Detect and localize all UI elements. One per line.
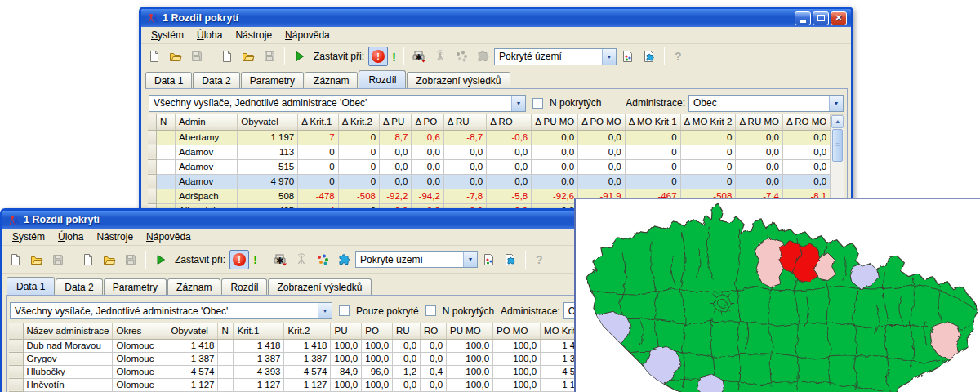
- column-header-mo-krit-2[interactable]: Δ MO Krit 2: [680, 114, 736, 130]
- points-view-button[interactable]: [313, 250, 332, 270]
- menu-syst-m[interactable]: Systém: [146, 28, 189, 42]
- scroll-up-button[interactable]: ▲: [831, 115, 844, 128]
- chevron-down-icon[interactable]: ▼: [318, 303, 332, 318]
- column-header-n-zev-administrace[interactable]: Název administrace: [23, 323, 113, 339]
- maximize-button[interactable]: [813, 11, 829, 25]
- data1-table[interactable]: Název administraceOkresObyvatelNKrit.1Kr…: [9, 323, 590, 392]
- save-data-button[interactable]: [260, 47, 279, 66]
- row-header-stub[interactable]: [148, 174, 156, 189]
- tab-zobrazen-v-sledk[interactable]: Zobrazení výsledků: [407, 72, 510, 88]
- new-task-button[interactable]: [145, 47, 164, 66]
- column-header-pu-mo[interactable]: PU MO: [447, 323, 493, 339]
- tab-parametry[interactable]: Parametry: [241, 72, 304, 88]
- save-task-button[interactable]: [187, 47, 207, 66]
- column-header-ro-mo[interactable]: Δ RO MO: [782, 114, 830, 130]
- run-button[interactable]: [290, 47, 310, 66]
- warning-exclamation-icon[interactable]: !: [390, 50, 399, 64]
- tab-rozd-l[interactable]: Rozdíl: [359, 70, 406, 88]
- transmitter-button[interactable]: [292, 250, 311, 270]
- close-button[interactable]: ✕: [831, 11, 847, 25]
- open-data-button[interactable]: [100, 250, 119, 270]
- stop-at-error-button[interactable]: !: [229, 250, 249, 270]
- column-header-obyvatel[interactable]: Obyvatel: [238, 114, 298, 130]
- warning-exclamation-icon[interactable]: !: [251, 252, 260, 266]
- column-header-ru[interactable]: Δ RU: [443, 114, 486, 130]
- table-row[interactable]: HněvotínOlomouc1 1271 1271 127100,0100,0…: [9, 378, 590, 391]
- menu-syst-m[interactable]: Systém: [7, 229, 50, 244]
- row-header-stub[interactable]: [148, 159, 156, 174]
- coverage-map[interactable]: [576, 199, 980, 392]
- points-view-button[interactable]: [452, 47, 471, 66]
- row-header-stub[interactable]: [148, 145, 156, 159]
- column-header-n[interactable]: N: [156, 114, 175, 130]
- run-button[interactable]: [151, 250, 171, 270]
- table-row[interactable]: HlubočkyOlomouc4 5744 3934 57484,996,01,…: [9, 365, 590, 378]
- tab-data-2[interactable]: Data 2: [56, 278, 102, 295]
- minimize-button[interactable]: [795, 11, 811, 25]
- table-row[interactable]: Adamov4 970000,00,00,00,00,00,0000,00,0: [148, 174, 831, 189]
- column-header-n[interactable]: N: [218, 323, 234, 339]
- column-header-krit-2[interactable]: Krit.2: [284, 323, 331, 339]
- column-header-admin[interactable]: Admin: [176, 114, 238, 130]
- compute-coverage-button[interactable]: ✱: [270, 250, 290, 270]
- new-task-button[interactable]: [6, 250, 25, 270]
- open-task-button[interactable]: [27, 250, 47, 270]
- table-row[interactable]: Adamov515000,00,00,00,00,00,0000,00,0: [148, 159, 831, 174]
- column-header-ro[interactable]: Δ RO: [487, 114, 532, 130]
- tab-data-1[interactable]: Data 1: [7, 277, 55, 295]
- column-header-obyvatel[interactable]: Obyvatel: [167, 323, 218, 339]
- column-header-pu-mo[interactable]: Δ PU MO: [532, 114, 578, 130]
- tab-rozd-l[interactable]: Rozdíl: [221, 278, 267, 295]
- administrace-select[interactable]: Obec ▼: [688, 95, 844, 112]
- menu-loha[interactable]: Úloha: [192, 28, 227, 42]
- n-pokrytych-checkbox[interactable]: [532, 98, 543, 109]
- map-points-button[interactable]: [479, 250, 499, 270]
- column-header-mo-krit-1[interactable]: Δ MO Krit 1: [625, 114, 680, 130]
- column-header-po[interactable]: PO: [362, 323, 393, 339]
- scenario-select[interactable]: Všechny vysílače, Jednotlivé administrac…: [149, 95, 526, 112]
- titlebar[interactable]: 1 Rozdil pokrytí ✕: [141, 9, 851, 27]
- map-points-button[interactable]: [618, 47, 638, 66]
- tab-data-1[interactable]: Data 1: [145, 72, 192, 88]
- row-header-stub[interactable]: [9, 352, 23, 365]
- map-regions-button[interactable]: [501, 250, 520, 270]
- column-header-po-mo[interactable]: PO MO: [493, 323, 541, 339]
- column-header-ru[interactable]: RU: [393, 323, 421, 339]
- table-row[interactable]: Dub nad MoravouOlomouc1 4181 4181 418100…: [9, 339, 590, 352]
- menu-n-stroje[interactable]: Nástroje: [91, 229, 138, 244]
- scroll-thumb[interactable]: ≡: [832, 129, 843, 162]
- column-header-po[interactable]: Δ PO: [412, 114, 443, 130]
- pouze-pokryte-checkbox[interactable]: [339, 305, 350, 316]
- chevron-down-icon[interactable]: ▼: [511, 96, 525, 111]
- menu-loha[interactable]: Úloha: [53, 229, 88, 244]
- help-button[interactable]: ?: [531, 253, 548, 266]
- help-button[interactable]: ?: [670, 50, 687, 63]
- table-row[interactable]: Abertamy1 197708,70,6-8,7-0,60,00,0000,0…: [148, 130, 831, 145]
- new-data-button[interactable]: [217, 47, 237, 66]
- open-data-button[interactable]: [238, 47, 258, 66]
- table-row[interactable]: Adamov113000,00,00,00,00,00,0000,00,0: [148, 145, 831, 159]
- scenario-select[interactable]: Všechny vysílače, Jednotlivé administrac…: [10, 302, 332, 319]
- view-mode-select[interactable]: Pokryté území ▼: [494, 48, 617, 65]
- tab-z-znam[interactable]: Záznam: [167, 278, 220, 295]
- map-regions-button[interactable]: [639, 47, 659, 66]
- open-task-button[interactable]: [166, 47, 185, 66]
- menu-n-stroje[interactable]: Nástroje: [230, 28, 277, 42]
- stop-at-error-button[interactable]: !: [368, 47, 388, 66]
- column-header-ru-mo[interactable]: Δ RU MO: [736, 114, 783, 130]
- row-header-stub[interactable]: [9, 339, 23, 352]
- regions-view-button[interactable]: [334, 250, 354, 270]
- chevron-down-icon[interactable]: ▼: [602, 49, 616, 65]
- column-header-pu[interactable]: Δ PU: [380, 114, 412, 130]
- column-header-ro[interactable]: RO: [421, 323, 447, 339]
- tab-z-znam[interactable]: Záznam: [305, 72, 358, 88]
- menu-n-pov-da[interactable]: Nápověda: [141, 229, 196, 244]
- chevron-down-icon[interactable]: ▼: [829, 96, 843, 111]
- column-header-po-mo[interactable]: Δ PO MO: [578, 114, 626, 130]
- tab-data-2[interactable]: Data 2: [193, 72, 239, 88]
- chevron-down-icon[interactable]: ▼: [463, 252, 477, 267]
- new-data-button[interactable]: [78, 250, 98, 270]
- row-header-stub[interactable]: [9, 378, 23, 391]
- column-header-krit-1[interactable]: Krit.1: [234, 323, 284, 339]
- column-header-okres[interactable]: Okres: [113, 323, 167, 339]
